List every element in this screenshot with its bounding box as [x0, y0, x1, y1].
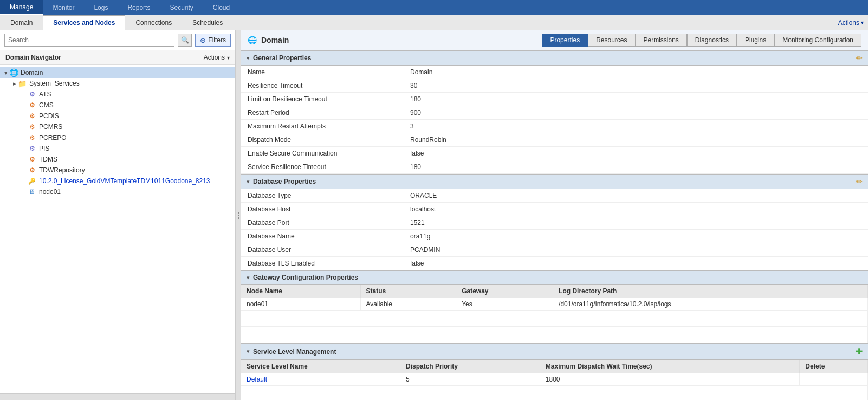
- tree-item-cms[interactable]: ⚙ CMS: [0, 100, 235, 111]
- tree-item-pcmrs[interactable]: ⚙ PCMRS: [0, 121, 235, 132]
- prop-label: Service Resilience Timeout: [241, 160, 404, 174]
- general-properties-header[interactable]: General Properties ✏: [241, 50, 868, 66]
- table-row: Maximum Restart Attempts 3: [241, 120, 868, 133]
- general-properties-table: Name Domain Resilience Timeout 30 Limit …: [241, 66, 868, 174]
- service-icon-pcmrs: ⚙: [27, 123, 37, 131]
- service-icon-tdms: ⚙: [27, 156, 37, 163]
- bottom-scrollbar[interactable]: [0, 393, 235, 400]
- col-status: Status: [360, 285, 456, 298]
- gear-icon-ats: ⚙: [27, 91, 37, 98]
- tab-diagnostics[interactable]: Diagnostics: [687, 34, 737, 47]
- table-row: Restart Period 900: [241, 106, 868, 120]
- col-max-wait-time: Maximum Dispatch Wait Time(sec): [540, 360, 800, 373]
- col-gateway: Gateway: [456, 285, 553, 298]
- cell-log-dir: /d01/ora11g/Informatica/10.2.0/isp/logs: [553, 298, 868, 311]
- tab-connections[interactable]: Connections: [125, 15, 182, 30]
- prop-label: Database Port: [241, 216, 404, 230]
- table-row-empty2: [241, 327, 868, 343]
- gateway-config-table: Node Name Status Gateway Log Directory P…: [241, 285, 868, 343]
- tab-domain[interactable]: Domain: [0, 15, 43, 30]
- tree-item-tdms[interactable]: ⚙ TDMS: [0, 154, 235, 165]
- nav-manage[interactable]: Manage: [0, 0, 43, 15]
- prop-label: Restart Period: [241, 106, 404, 120]
- search-button[interactable]: 🔍: [178, 34, 192, 47]
- table-row-empty: [241, 311, 868, 327]
- right-panel-header: 🌐 Domain Properties Resources Permission…: [241, 30, 868, 50]
- tree-item-node01[interactable]: 🖥 node01: [0, 186, 235, 197]
- service-level-header[interactable]: Service Level Management ✚: [241, 343, 868, 360]
- tree-expand-domain[interactable]: [4, 69, 8, 76]
- collapse-general-icon: [247, 55, 250, 62]
- tab-schedules[interactable]: Schedules: [182, 15, 233, 30]
- nav-reports[interactable]: Reports: [118, 0, 160, 15]
- tab-monitoring-configuration[interactable]: Monitoring Configuration: [774, 34, 861, 47]
- add-service-level-icon[interactable]: ✚: [856, 346, 863, 357]
- table-row: Service Resilience Timeout 180: [241, 160, 868, 174]
- service-icon-cms: ⚙: [27, 101, 37, 109]
- tab-permissions[interactable]: Permissions: [636, 34, 687, 47]
- cell-max-wait: 1800: [540, 373, 800, 386]
- col-service-level-name: Service Level Name: [241, 360, 400, 373]
- prop-label: Database Host: [241, 203, 404, 216]
- database-properties-edit-icon[interactable]: ✏: [856, 177, 863, 186]
- tree-item-system-services[interactable]: 📁 System_Services: [0, 78, 235, 89]
- tab-resources[interactable]: Resources: [588, 34, 635, 47]
- resize-dot-2: [238, 215, 239, 216]
- table-row: Database TLS Enabled false: [241, 257, 868, 270]
- search-icon: 🔍: [181, 36, 189, 44]
- prop-label: Enable Secure Communication: [241, 147, 404, 160]
- nav-monitor[interactable]: Monitor: [43, 0, 84, 15]
- gateway-config-header[interactable]: Gateway Configuration Properties: [241, 270, 868, 285]
- tree-item-pcrepo[interactable]: ⚙ PCREPO: [0, 132, 235, 143]
- table-header-row: Service Level Name Dispatch Priority Max…: [241, 360, 868, 373]
- tree-item-pcdis[interactable]: ⚙ PCDIS: [0, 111, 235, 121]
- table-row: Name Domain: [241, 66, 868, 79]
- right-panel-title: Domain: [261, 36, 289, 44]
- collapse-service-level-icon: [247, 348, 250, 355]
- tree-expand-system-services[interactable]: [13, 80, 16, 87]
- table-row: Default 5 1800: [241, 373, 868, 386]
- cell-gateway: Yes: [456, 298, 553, 311]
- folder-icon: 📁: [17, 80, 27, 87]
- nav-cloud[interactable]: Cloud: [203, 0, 239, 15]
- tab-properties[interactable]: Properties: [542, 34, 588, 47]
- nav-logs[interactable]: Logs: [84, 0, 118, 15]
- tab-plugins[interactable]: Plugins: [737, 34, 774, 47]
- col-log-dir: Log Directory Path: [553, 285, 868, 298]
- cell-status: Available: [360, 298, 456, 311]
- resize-dot-3: [238, 217, 239, 219]
- resize-handle[interactable]: [236, 30, 241, 400]
- nav-security[interactable]: Security: [160, 0, 203, 15]
- table-row: Database Name ora11g: [241, 230, 868, 243]
- prop-label: Database Name: [241, 230, 404, 243]
- cell-service-level-name[interactable]: Default: [241, 373, 400, 386]
- license-icon: 🔑: [27, 177, 37, 185]
- gateway-config-title: Gateway Configuration Properties: [253, 274, 358, 281]
- cell-dispatch-priority: 5: [400, 373, 540, 386]
- table-row: Enable Secure Communication false: [241, 147, 868, 160]
- prop-label: Name: [241, 66, 404, 79]
- general-properties-edit-icon[interactable]: ✏: [856, 54, 863, 62]
- service-level-title: Service Level Management: [253, 348, 336, 356]
- prop-value: Domain: [404, 66, 868, 79]
- table-row: Resilience Timeout 30: [241, 79, 868, 93]
- second-nav-actions[interactable]: Actions ▾: [838, 19, 864, 27]
- col-delete: Delete: [800, 360, 868, 373]
- search-input[interactable]: [4, 34, 174, 47]
- prop-label: Maximum Restart Attempts: [241, 120, 404, 133]
- database-properties-header[interactable]: Database Properties ✏: [241, 174, 868, 189]
- table-row: Database Host localhost: [241, 203, 868, 216]
- tree-item-license[interactable]: 🔑 10.2.0_License_GoldVMTemplateTDM1011Go…: [0, 176, 235, 186]
- general-properties-title: General Properties: [253, 54, 311, 62]
- tab-services-nodes[interactable]: Services and Nodes: [43, 15, 125, 30]
- domain-navigator-actions[interactable]: Actions ▾: [204, 54, 230, 61]
- table-row: Database Port 1521: [241, 216, 868, 230]
- tree-item-ats[interactable]: ⚙ ATS: [0, 89, 235, 100]
- service-icon-pcrepo: ⚙: [27, 134, 37, 141]
- tree-item-domain[interactable]: 🌐 Domain: [0, 67, 235, 78]
- database-properties-title: Database Properties: [253, 178, 316, 185]
- filter-button[interactable]: ⊕ Filters: [195, 34, 231, 47]
- tree-item-tdwrepository[interactable]: ⚙ TDWRepository: [0, 165, 235, 176]
- tree-item-pis[interactable]: ⚙ PIS: [0, 143, 235, 154]
- domain-navigator-header: Domain Navigator Actions ▾: [0, 50, 235, 65]
